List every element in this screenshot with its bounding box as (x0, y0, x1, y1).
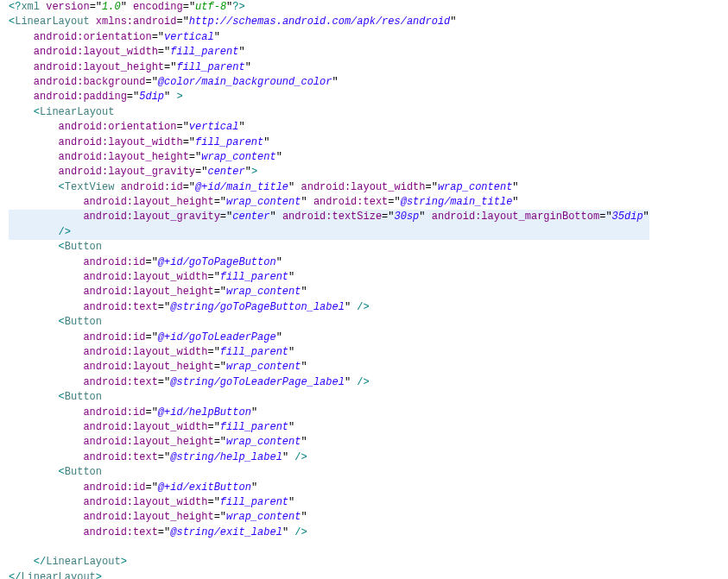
token-quote: " (605, 211, 611, 223)
token-eq: = (214, 361, 220, 373)
token-tagname: LinearLayout (40, 106, 114, 118)
token-quote: " (238, 121, 244, 133)
code-line: android:layout_height="wrap_content" (9, 510, 649, 525)
token-attrname: android:layout_marginBottom (432, 211, 599, 223)
token-strval: @+id/goToLeaderPage (158, 331, 276, 343)
token-attrname: version (46, 1, 89, 13)
token-quote: " (152, 76, 158, 88)
token-eq: = (207, 421, 213, 433)
token-bracket: < (59, 391, 65, 403)
token-attrname: android:text (313, 196, 388, 208)
token-eq: = (176, 16, 182, 28)
token-attrname: android:layout_width (83, 421, 207, 433)
token-quote: " (395, 196, 401, 208)
code-line: android:layout_width="fill_parent" (9, 45, 649, 60)
token-eq: = (127, 91, 133, 103)
token-quote: " (220, 436, 226, 448)
code-line: <LinearLayout (9, 105, 649, 120)
token-eq: = (207, 496, 213, 508)
code-line: <Button (9, 315, 649, 330)
token-strval: @string/exit_label (170, 526, 282, 538)
token-strval: vertical (189, 121, 239, 133)
token-strval: wrap_content (226, 361, 301, 373)
token-strval: http://schemas.android.com/apk/res/andro… (189, 16, 450, 28)
token-quote: " (238, 46, 244, 58)
token-quote: " (276, 331, 282, 343)
token-strval: vertical (164, 31, 214, 43)
token-quote: " (388, 211, 394, 223)
token-eq: = (158, 451, 164, 463)
token-bracket: < (59, 241, 65, 253)
token-space (127, 1, 133, 13)
token-eq: = (214, 436, 220, 448)
token-quote: " (276, 256, 282, 268)
token-quote: " (220, 511, 226, 523)
token-quote: " (121, 1, 127, 13)
token-quote: " (152, 256, 158, 268)
token-attrname: android:layout_width (83, 346, 207, 358)
token-strval: @string/goToLeaderPage_label (170, 376, 345, 388)
token-quote: " (152, 331, 158, 343)
code-line: android:text="@string/goToLeaderPage_lab… (9, 375, 649, 390)
token-tagname: LinearLayout (46, 556, 120, 568)
token-quote: " (251, 481, 257, 494)
token-strval: wrap_content (226, 196, 301, 208)
token-attrname: android:layout_height (83, 511, 213, 523)
token-quote: " (220, 361, 226, 373)
code-line: android:id="@+id/exitButton" (9, 481, 649, 495)
token-strval: wrap_content (438, 181, 512, 193)
code-line (9, 540, 649, 555)
token-eq: = (426, 181, 432, 193)
code-line: <Button (9, 390, 649, 405)
token-eq: = (207, 346, 213, 358)
code-line: android:id="@+id/goToLeaderPage" (9, 330, 649, 345)
token-strval: fill_parent (220, 271, 288, 283)
token-attrname: android:padding (34, 91, 127, 103)
code-line: android:layout_height="wrap_content" (9, 360, 649, 374)
token-quote: " (189, 1, 195, 13)
token-eq: = (183, 136, 189, 148)
token-quote: " (220, 196, 226, 208)
token-eq: = (158, 376, 164, 388)
code-line: android:background="@color/main_backgrou… (9, 75, 649, 90)
token-bracket: < (59, 316, 65, 328)
token-strval: center (207, 166, 244, 178)
token-eq: = (158, 301, 164, 313)
token-tagname: xml (21, 1, 40, 13)
code-line: android:orientation="vertical" (9, 120, 649, 135)
code-line: android:layout_height="wrap_content" and… (9, 195, 649, 210)
token-space (307, 196, 313, 208)
token-strval: utf-8 (195, 1, 226, 13)
token-tagname: Button (65, 316, 102, 328)
token-strval: center (232, 211, 269, 223)
token-strval: 1.0 (102, 1, 121, 13)
token-eq: = (214, 511, 220, 523)
token-quote: " (282, 451, 288, 463)
code-line: android:layout_gravity="center" android:… (9, 210, 649, 224)
token-quote: " (288, 496, 294, 508)
token-quote: " (288, 271, 294, 283)
token-strval: @+id/main_title (195, 181, 288, 193)
token-bracket: <? (9, 1, 21, 13)
token-attrname: android:id (83, 256, 145, 268)
token-quote: " (301, 286, 307, 298)
token-quote: " (189, 136, 195, 148)
token-attrname: android:layout_height (34, 61, 164, 73)
token-space (114, 181, 120, 193)
token-quote: " (288, 346, 294, 358)
token-eq: = (183, 1, 189, 13)
token-attrname: android:layout_height (83, 286, 213, 298)
code-line: android:id="@+id/goToPageButton" (9, 255, 649, 270)
token-attrname: android:text (83, 376, 157, 388)
token-quote: " (220, 286, 226, 298)
token-strval: @+id/goToPageButton (158, 256, 276, 268)
token-eq: = (145, 331, 151, 343)
code-line: <TextView android:id="@+id/main_title" a… (9, 180, 649, 195)
token-strval: fill_parent (220, 421, 288, 433)
token-quote: " (269, 211, 275, 223)
token-gt: > (176, 91, 182, 103)
token-quote: " (282, 526, 288, 538)
token-attrname: android:text (83, 526, 157, 538)
token-attrname: android:id (83, 481, 145, 494)
token-quote: " (419, 211, 425, 223)
